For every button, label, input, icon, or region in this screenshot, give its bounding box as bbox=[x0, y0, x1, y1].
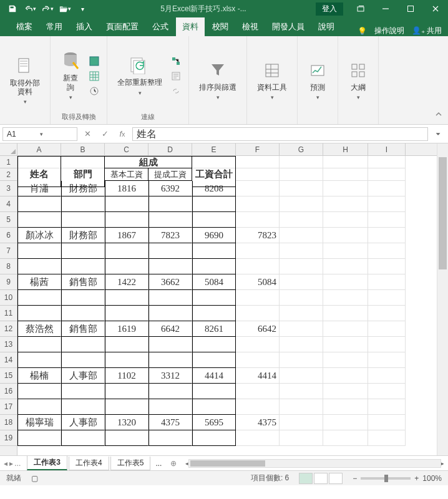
cell[interactable] bbox=[17, 337, 61, 352]
col-header-C[interactable]: C bbox=[105, 143, 149, 155]
cell[interactable]: 6642 bbox=[149, 321, 192, 337]
hscroll-right[interactable]: ▸ bbox=[441, 460, 444, 467]
outline-button[interactable]: 大綱▾ bbox=[344, 58, 372, 104]
cell[interactable] bbox=[236, 290, 280, 306]
cell[interactable]: 1320 bbox=[105, 415, 149, 430]
cell[interactable] bbox=[323, 243, 368, 259]
tab-file[interactable]: 檔案 bbox=[10, 17, 39, 36]
row-header-5[interactable]: 5 bbox=[0, 212, 17, 228]
vertical-scrollbar[interactable] bbox=[437, 143, 448, 455]
row-header-4[interactable]: 4 bbox=[0, 196, 17, 212]
cell[interactable] bbox=[323, 306, 368, 321]
cell[interactable] bbox=[236, 181, 280, 196]
share-button[interactable]: 👤₊ 共用 bbox=[412, 26, 442, 36]
cell[interactable] bbox=[368, 168, 406, 181]
cancel-formula-button[interactable]: ✕ bbox=[80, 127, 95, 141]
cell[interactable] bbox=[192, 290, 236, 306]
cell[interactable] bbox=[280, 352, 323, 368]
vscroll-thumb[interactable] bbox=[439, 157, 447, 269]
col-header-D[interactable]: D bbox=[149, 143, 192, 155]
cell[interactable] bbox=[280, 399, 323, 415]
row-header-19[interactable]: 19 bbox=[0, 430, 17, 446]
cell[interactable]: 組成 bbox=[105, 156, 192, 168]
row-header-14[interactable]: 14 bbox=[0, 352, 17, 368]
cell[interactable]: 楊楠 bbox=[17, 368, 61, 384]
cell[interactable] bbox=[192, 399, 236, 415]
cell[interactable]: 9690 bbox=[192, 228, 236, 243]
cell[interactable] bbox=[368, 399, 406, 415]
row-header-13[interactable]: 13 bbox=[0, 337, 17, 352]
cell[interactable] bbox=[236, 337, 280, 352]
cell[interactable] bbox=[105, 384, 149, 399]
col-header-F[interactable]: F bbox=[236, 143, 280, 155]
cell[interactable] bbox=[61, 243, 105, 259]
cell[interactable] bbox=[236, 399, 280, 415]
cell[interactable] bbox=[105, 306, 149, 321]
recent-sources-button[interactable] bbox=[88, 85, 100, 97]
row-header-17[interactable]: 17 bbox=[0, 399, 17, 415]
cell[interactable] bbox=[149, 212, 192, 228]
cell[interactable] bbox=[149, 243, 192, 259]
cell[interactable] bbox=[236, 212, 280, 228]
tab-help[interactable]: 說明 bbox=[312, 17, 341, 36]
cell[interactable]: 提成工資 bbox=[149, 168, 192, 181]
cell[interactable] bbox=[323, 415, 368, 430]
cell[interactable] bbox=[280, 430, 323, 446]
zoom-in-button[interactable]: + bbox=[414, 474, 419, 483]
cell[interactable]: 部門 bbox=[61, 162, 105, 187]
ribbon-options-button[interactable] bbox=[348, 0, 373, 17]
cell[interactable] bbox=[236, 384, 280, 399]
cell[interactable] bbox=[323, 384, 368, 399]
from-table-button[interactable] bbox=[88, 70, 100, 82]
sheet-tab-3[interactable]: 工作表5 bbox=[110, 457, 151, 470]
cell[interactable] bbox=[61, 259, 105, 274]
new-sheet-button[interactable]: ⊕ bbox=[167, 459, 180, 468]
cell[interactable] bbox=[323, 274, 368, 290]
cell[interactable] bbox=[192, 212, 236, 228]
cell[interactable] bbox=[192, 196, 236, 212]
cell[interactable] bbox=[61, 430, 105, 446]
sheet-more[interactable]: ... bbox=[152, 459, 165, 468]
zoom-out-button[interactable]: − bbox=[353, 474, 357, 483]
enter-formula-button[interactable]: ✓ bbox=[97, 127, 112, 141]
cell[interactable] bbox=[323, 321, 368, 337]
col-header-E[interactable]: E bbox=[192, 143, 236, 155]
cell[interactable] bbox=[280, 181, 323, 196]
refresh-all-button[interactable]: 全部重新整理▾ bbox=[114, 53, 166, 99]
cell[interactable] bbox=[17, 399, 61, 415]
cell[interactable] bbox=[61, 212, 105, 228]
cell[interactable] bbox=[105, 337, 149, 352]
cell[interactable]: 銷售部 bbox=[61, 321, 105, 337]
cell[interactable] bbox=[105, 212, 149, 228]
cell[interactable] bbox=[192, 337, 236, 352]
macro-record-icon[interactable]: ▢ bbox=[31, 474, 38, 483]
cell[interactable] bbox=[236, 259, 280, 274]
cell[interactable] bbox=[149, 352, 192, 368]
cell[interactable] bbox=[105, 243, 149, 259]
row-header-15[interactable]: 15 bbox=[0, 368, 17, 384]
sheet-tab-2[interactable]: 工作表4 bbox=[69, 457, 109, 470]
horizontal-scrollbar[interactable] bbox=[188, 459, 441, 468]
cell[interactable] bbox=[323, 337, 368, 352]
cell[interactable] bbox=[323, 290, 368, 306]
cell[interactable] bbox=[280, 384, 323, 399]
cell[interactable] bbox=[368, 196, 406, 212]
cell[interactable] bbox=[323, 399, 368, 415]
row-header-9[interactable]: 9 bbox=[0, 274, 17, 290]
cell[interactable] bbox=[368, 306, 406, 321]
cell[interactable] bbox=[105, 399, 149, 415]
cell[interactable] bbox=[105, 196, 149, 212]
cell[interactable] bbox=[280, 196, 323, 212]
cell[interactable]: 1619 bbox=[105, 321, 149, 337]
cell[interactable] bbox=[323, 430, 368, 446]
cell[interactable]: 顏冰冰 bbox=[17, 228, 61, 243]
cell[interactable] bbox=[61, 290, 105, 306]
cell[interactable] bbox=[192, 430, 236, 446]
cell[interactable] bbox=[105, 290, 149, 306]
qat-customize[interactable]: ▾ bbox=[74, 0, 91, 17]
cell[interactable] bbox=[323, 228, 368, 243]
cell[interactable] bbox=[105, 259, 149, 274]
name-box[interactable]: A1▾ bbox=[2, 127, 77, 141]
cell[interactable] bbox=[17, 384, 61, 399]
cell[interactable]: 4375 bbox=[149, 415, 192, 430]
